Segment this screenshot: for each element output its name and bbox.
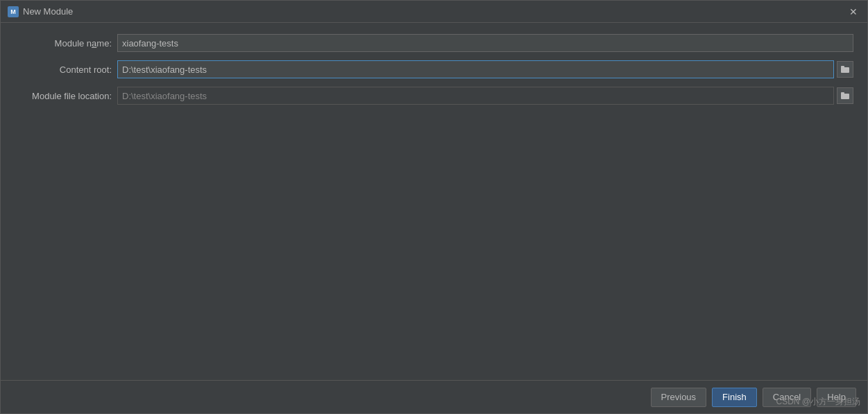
dialog-content: Module name: Content root: Module fil bbox=[1, 23, 867, 380]
title-bar: M New Module ✕ bbox=[1, 1, 867, 23]
module-file-location-browse-button[interactable] bbox=[837, 87, 853, 104]
dialog-footer: Previous Finish Cancel Help bbox=[1, 380, 867, 413]
content-root-browse-button[interactable] bbox=[837, 61, 853, 78]
module-name-input[interactable] bbox=[117, 34, 853, 52]
module-file-location-row: Module file location: bbox=[15, 87, 853, 105]
module-name-label: Module name: bbox=[15, 38, 112, 49]
content-root-input[interactable] bbox=[117, 60, 834, 78]
new-module-dialog: M New Module ✕ Module name: Content root… bbox=[0, 0, 868, 414]
close-button[interactable]: ✕ bbox=[846, 5, 860, 19]
module-file-location-label: Module file location: bbox=[15, 91, 112, 101]
dialog-title: New Module bbox=[23, 6, 73, 17]
finish-button[interactable]: Finish bbox=[712, 388, 757, 407]
content-root-label: Content root: bbox=[15, 64, 112, 75]
help-button[interactable]: Help bbox=[817, 388, 856, 407]
title-bar-left: M New Module bbox=[8, 6, 73, 17]
folder-icon-2 bbox=[841, 92, 849, 99]
previous-button[interactable]: Previous bbox=[651, 388, 707, 407]
svg-rect-0 bbox=[841, 67, 849, 73]
cancel-button[interactable]: Cancel bbox=[763, 388, 811, 407]
svg-rect-1 bbox=[841, 66, 844, 68]
svg-rect-2 bbox=[841, 94, 849, 99]
folder-icon bbox=[841, 66, 849, 73]
module-name-row: Module name: bbox=[15, 34, 853, 52]
content-root-row: Content root: bbox=[15, 60, 853, 78]
dialog-icon: M bbox=[8, 6, 19, 17]
module-file-location-input[interactable] bbox=[117, 87, 834, 105]
module-name-input-wrapper bbox=[117, 34, 853, 52]
svg-rect-3 bbox=[841, 92, 844, 94]
module-file-location-input-wrapper bbox=[117, 87, 853, 105]
content-root-input-wrapper bbox=[117, 60, 853, 78]
